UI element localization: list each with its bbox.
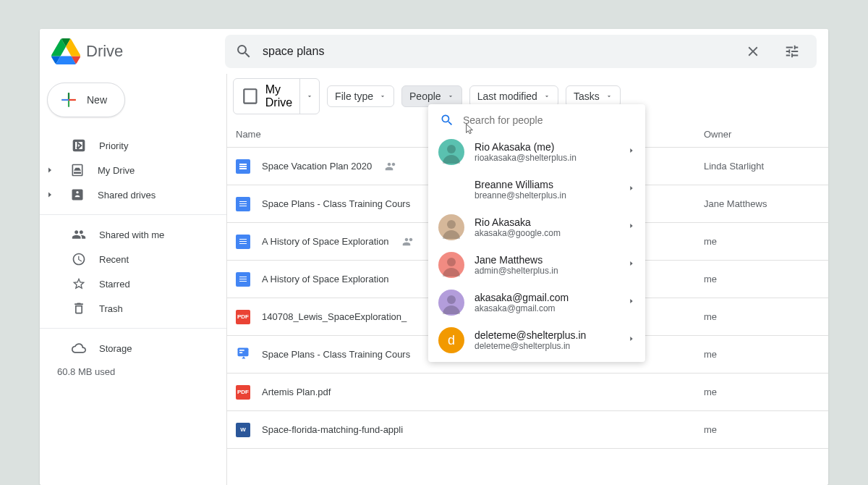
svg-point-5 <box>447 220 456 229</box>
new-button-label: New <box>87 94 107 106</box>
col-owner[interactable]: Owner <box>704 129 820 140</box>
search-icon <box>235 43 252 60</box>
person-expand[interactable] <box>628 258 635 271</box>
person-name: akasaka@gmail.com <box>475 292 618 303</box>
sidebar-label: My Drive <box>98 165 135 176</box>
file-name: Artemis Plan.pdf <box>262 387 331 397</box>
drive-logo-icon <box>51 37 80 66</box>
storage-used-text: 60.8 MB used <box>40 360 226 383</box>
svg-rect-0 <box>74 140 83 150</box>
person-name: Jane Matthews <box>475 254 618 266</box>
expand-icon[interactable] <box>46 166 54 174</box>
expand-icon[interactable] <box>46 190 54 199</box>
person-expand[interactable] <box>628 146 635 159</box>
sidebar-item-recent[interactable]: Recent <box>40 247 226 271</box>
svg-point-7 <box>447 295 456 304</box>
file-owner: Jane Matthews <box>704 198 820 209</box>
sidebar-item-priority[interactable]: Priority <box>40 133 226 158</box>
file-owner: me <box>704 236 820 247</box>
person-expand[interactable] <box>628 296 635 309</box>
chevron-down-icon <box>447 93 454 100</box>
person-expand[interactable] <box>628 334 635 347</box>
person-email: breanne@shelterplus.in <box>475 190 618 201</box>
storage-icon <box>72 341 86 355</box>
chip-label: File type <box>335 90 373 102</box>
search-clear-button[interactable] <box>739 37 767 66</box>
person-expand[interactable] <box>628 221 635 234</box>
my-drive-icon <box>70 163 85 177</box>
avatar <box>438 139 464 165</box>
person-name: deleteme@shelterplus.in <box>475 329 618 341</box>
svg-rect-3 <box>239 352 242 353</box>
table-row[interactable]: PDF Artemis Plan.pdf me <box>227 374 828 411</box>
file-type-icon <box>236 235 250 249</box>
svg-point-6 <box>447 258 456 266</box>
person-row[interactable]: Rio Akasaka akasaka@google.com <box>428 208 645 246</box>
new-button[interactable]: New <box>47 83 125 117</box>
shared-icon <box>385 160 398 173</box>
person-row[interactable]: Rio Akasaka (me) rioakasaka@shelterplus.… <box>428 133 645 171</box>
svg-rect-2 <box>239 350 244 351</box>
file-owner: me <box>704 387 820 397</box>
file-type-icon <box>236 159 250 174</box>
priority-icon <box>72 138 86 153</box>
sidebar-item-my-drive[interactable]: My Drive <box>40 158 226 182</box>
search-input[interactable] <box>263 45 728 58</box>
content: My Drive File type People Last modified <box>226 74 828 485</box>
app-window: Drive New <box>40 29 828 485</box>
file-type-icon <box>236 272 250 287</box>
file-type-icon <box>236 346 250 363</box>
tune-icon <box>784 43 800 59</box>
chevron-down-icon <box>605 93 613 100</box>
logo-section[interactable]: Drive <box>51 37 196 66</box>
sidebar-label: Shared with me <box>99 229 164 240</box>
person-email: akasaka@google.com <box>475 228 618 238</box>
svg-rect-1 <box>238 348 249 357</box>
sidebar-label: Trash <box>99 303 123 314</box>
person-row[interactable]: Breanne Williams breanne@shelterplus.in <box>428 171 645 208</box>
sidebar-item-shared-with-me[interactable]: Shared with me <box>40 222 226 247</box>
person-expand[interactable] <box>628 183 635 196</box>
search-bar[interactable] <box>225 35 817 68</box>
chip-location-dropdown[interactable] <box>299 79 319 114</box>
people-search-row <box>428 104 645 133</box>
sidebar-label: Recent <box>99 254 129 265</box>
search-icon <box>440 113 454 127</box>
chip-location-main[interactable]: My Drive <box>234 79 299 114</box>
avatar <box>438 290 464 316</box>
person-email: admin@shelterplus.in <box>475 266 618 276</box>
file-name: Space Plans - Class Training Cours <box>262 198 410 209</box>
file-owner: me <box>704 311 820 322</box>
person-row[interactable]: d deleteme@shelterplus.in deleteme@shelt… <box>428 321 645 359</box>
trash-icon <box>72 301 86 316</box>
chip-file-type[interactable]: File type <box>327 85 394 107</box>
file-name: A History of Space Exploration <box>262 274 389 284</box>
person-row[interactable]: Jane Matthews admin@shelterplus.in <box>428 246 645 284</box>
shared-with-me-icon <box>72 227 86 242</box>
person-name: Rio Akasaka (me) <box>475 141 618 153</box>
chip-location[interactable]: My Drive <box>233 78 320 114</box>
shared-drives-icon <box>70 187 85 202</box>
search-options-button[interactable] <box>778 37 807 66</box>
sidebar-item-shared-drives[interactable]: Shared drives <box>40 182 226 207</box>
file-owner: Linda Starlight <box>704 161 820 172</box>
file-name: Space Vacation Plan 2020 <box>262 161 372 172</box>
my-drive-chip-icon <box>241 87 260 106</box>
divider <box>40 328 226 329</box>
sidebar-item-trash[interactable]: Trash <box>40 296 226 321</box>
svg-point-4 <box>447 145 456 153</box>
person-row[interactable]: akasaka@gmail.com akasaka@gmail.com <box>428 284 645 321</box>
sidebar-item-storage[interactable]: Storage <box>40 336 226 360</box>
person-email: rioakasaka@shelterplus.in <box>475 153 618 163</box>
people-search-input[interactable] <box>463 114 634 126</box>
sidebar-label: Storage <box>99 343 132 354</box>
chevron-down-icon <box>306 93 313 100</box>
sidebar-label: Priority <box>99 140 128 151</box>
sidebar-label: Shared drives <box>98 190 156 201</box>
file-name: 140708_Lewis_SpaceExploration_ <box>262 311 407 322</box>
file-type-icon: PDF <box>236 385 250 400</box>
file-type-icon: W <box>236 423 250 437</box>
chip-label: Last modified <box>477 90 537 102</box>
table-row[interactable]: W Space-florida-matching-fund-appli me <box>227 411 828 449</box>
sidebar-item-starred[interactable]: Starred <box>40 271 226 296</box>
